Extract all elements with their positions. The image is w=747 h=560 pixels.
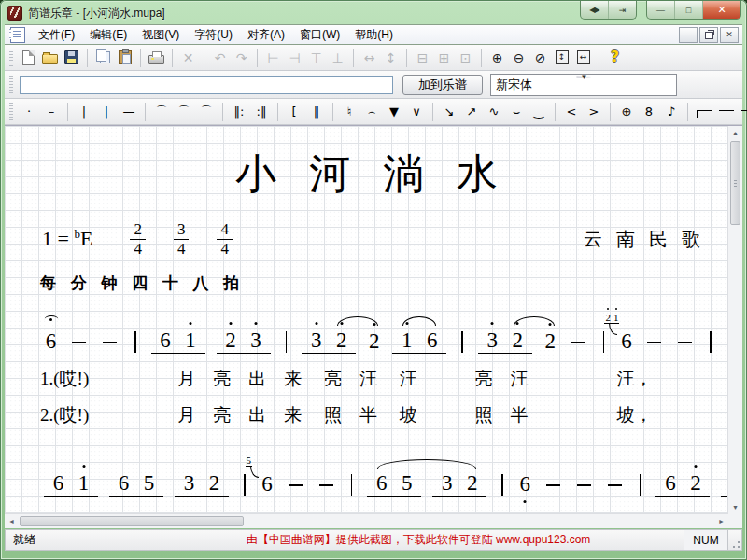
- detach-window-button[interactable]: ⇥: [609, 1, 636, 19]
- slur-right-symbol[interactable]: ⌒: [195, 102, 218, 122]
- horizontal-scroll-thumb[interactable]: [20, 516, 244, 526]
- toolbar-separator: [222, 103, 223, 121]
- document-icon[interactable]: [10, 27, 25, 43]
- barline: [603, 331, 605, 353]
- zoom-reset-icon[interactable]: ⊘: [529, 48, 551, 68]
- resize-grip[interactable]: [728, 530, 741, 550]
- repeat-end-symbol[interactable]: :‖: [250, 102, 273, 122]
- long-dash-symbol[interactable]: —: [118, 102, 140, 122]
- natural-symbol[interactable]: ♮: [338, 102, 360, 122]
- toolbar-separator: [432, 103, 433, 121]
- add-to-score-button[interactable]: 加到乐谱: [402, 75, 483, 95]
- close-button[interactable]: ✕: [703, 1, 740, 19]
- duration-dash: [647, 342, 661, 343]
- dot-symbol[interactable]: ·: [18, 102, 40, 122]
- horizontal-scrollbar[interactable]: ◄ ►: [5, 513, 728, 528]
- final-bar-symbol[interactable]: ‖: [305, 102, 328, 122]
- mdi-restore[interactable]: [699, 27, 718, 43]
- octave-dot-above: [491, 322, 494, 325]
- crescendo-symbol[interactable]: <: [560, 102, 583, 122]
- space-across-icon: ⊟: [412, 48, 433, 68]
- double-bar-symbol[interactable]: [: [283, 102, 305, 122]
- nav-prev-next-button[interactable]: ◀▶: [581, 1, 609, 19]
- volta2-symbol[interactable]: [715, 102, 738, 122]
- vertical-scrollbar[interactable]: ▲ ▼: [727, 126, 742, 514]
- time-signature: 34: [174, 220, 190, 258]
- menu-view[interactable]: 视图(V): [134, 25, 187, 45]
- volta1-symbol[interactable]: [693, 102, 715, 122]
- same-height-icon: ↕: [380, 48, 402, 68]
- time-signatures: 243444: [130, 220, 233, 258]
- bend-up-symbol[interactable]: ‿: [528, 102, 550, 122]
- grace-slur: [609, 323, 617, 335]
- scroll-down-icon[interactable]: ▼: [728, 500, 742, 514]
- note: 2: [688, 471, 702, 496]
- trill-symbol[interactable]: ∿: [483, 102, 505, 122]
- fall-symbol[interactable]: ↘: [438, 102, 460, 122]
- mdi-close[interactable]: ✕: [720, 27, 739, 43]
- duration-dash: [319, 484, 333, 486]
- lyrics-verse-1: 1.(哎!) 月 亮 出 来 亮 汪 汪 亮 汪 汪，: [40, 367, 728, 391]
- upbow-symbol[interactable]: ∨: [405, 102, 428, 122]
- score-canvas[interactable]: 小 河 淌 水 1 = bE 243444 云 南 民 歌 每 分 钟 四 十 …: [5, 126, 728, 514]
- note: 6: [518, 472, 532, 497]
- fit-width-icon[interactable]: ↔: [572, 48, 594, 68]
- chevron-down-icon[interactable]: ▼: [575, 76, 592, 78]
- menu-help[interactable]: 帮助(H): [347, 25, 401, 45]
- scroll-right-icon[interactable]: ►: [714, 514, 728, 528]
- fit-height-icon[interactable]: ↕: [551, 48, 572, 68]
- duration-dash: [103, 342, 117, 343]
- toolbar-gripper[interactable]: [9, 49, 13, 67]
- copy-icon[interactable]: [92, 48, 114, 68]
- barline-symbol[interactable]: |: [73, 102, 95, 122]
- menu-window[interactable]: 窗口(W): [292, 25, 347, 45]
- menu-char[interactable]: 字符(U): [187, 25, 240, 45]
- note: 6: [425, 329, 439, 353]
- zoom-in-icon[interactable]: ⊕: [486, 48, 508, 68]
- volta3-symbol[interactable]: [738, 102, 747, 122]
- decrescendo-symbol[interactable]: >: [583, 102, 605, 122]
- font-select[interactable]: 新宋体 ▼: [490, 74, 677, 96]
- menu-edit[interactable]: 编辑(E): [82, 25, 134, 45]
- paste-icon[interactable]: [114, 48, 135, 68]
- tie-arc: [514, 316, 555, 326]
- segno-symbol[interactable]: 8: [638, 102, 660, 122]
- open-file-icon[interactable]: [39, 48, 61, 68]
- save-file-icon[interactable]: [61, 48, 82, 68]
- toolbar-gripper[interactable]: [9, 76, 13, 94]
- octave-dot-above: [230, 322, 233, 325]
- maximize-button[interactable]: □: [675, 1, 703, 19]
- menu-bar: 文件(F)编辑(E)视图(V)字符(U)对齐(A)窗口(W)帮助(H) –✕: [5, 24, 742, 45]
- note-symbol[interactable]: ♪: [660, 102, 683, 122]
- fermata-symbol[interactable]: ⌢: [360, 102, 383, 122]
- zoom-out-icon[interactable]: ⊖: [508, 48, 529, 68]
- new-file-icon[interactable]: [18, 48, 39, 68]
- bend-down-symbol[interactable]: ⌣: [505, 102, 528, 122]
- scroll-up-icon[interactable]: ▲: [728, 126, 742, 140]
- tie-arc: [377, 459, 476, 469]
- circle-plus-symbol[interactable]: ⊕: [615, 102, 638, 122]
- slur-symbol[interactable]: ⌒: [150, 102, 173, 122]
- toolbar-gripper[interactable]: [9, 103, 13, 121]
- minimize-button[interactable]: —: [647, 1, 675, 19]
- scroll-left-icon[interactable]: ◄: [5, 514, 19, 528]
- accent-symbol[interactable]: ▼: [383, 102, 405, 122]
- slur-left-symbol[interactable]: ⌒: [173, 102, 195, 122]
- lyric-text-input[interactable]: [20, 76, 393, 94]
- music-line-1: 6612332216322621: [38, 316, 728, 354]
- time-signature: 44: [217, 220, 233, 258]
- menu-file[interactable]: 文件(F): [31, 25, 82, 45]
- menu-align[interactable]: 对齐(A): [240, 25, 292, 45]
- song-title: 小 河 淌 水: [5, 147, 728, 202]
- rise-symbol[interactable]: ↗: [460, 102, 483, 122]
- help-icon[interactable]: ?: [604, 48, 626, 68]
- print-icon[interactable]: [146, 48, 167, 68]
- redo-icon: ↷: [231, 48, 252, 68]
- repeat-start-symbol[interactable]: ‖:: [228, 102, 250, 122]
- dash-symbol[interactable]: –: [40, 102, 63, 122]
- mdi-minimize[interactable]: –: [679, 27, 698, 43]
- vertical-scroll-thumb[interactable]: [730, 141, 740, 225]
- barline-tall-symbol[interactable]: |: [95, 102, 118, 122]
- same-width-icon: ↔: [359, 48, 380, 68]
- beam-group: 65: [367, 471, 421, 497]
